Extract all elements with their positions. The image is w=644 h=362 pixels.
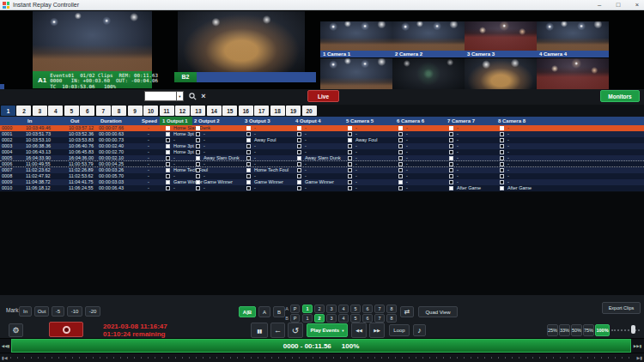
- table-row[interactable]: 000110:03:51.7310:03:52.3600:00:00.63-Ho…: [0, 131, 644, 137]
- event-checkbox[interactable]: [297, 168, 301, 172]
- event-checkbox[interactable]: [348, 162, 352, 166]
- event-checkbox[interactable]: [348, 168, 352, 172]
- minimize-icon[interactable]: –: [592, 0, 606, 10]
- timeline-start-icon[interactable]: ▮◀: [2, 353, 8, 362]
- tab-14[interactable]: 14: [207, 106, 222, 116]
- tab-15[interactable]: 15: [222, 106, 237, 116]
- camera-select-a-1[interactable]: 1: [302, 305, 313, 313]
- mark-button-5[interactable]: -5: [52, 306, 64, 317]
- tab-12[interactable]: 12: [175, 106, 190, 116]
- tab-17[interactable]: 17: [254, 106, 269, 116]
- event-checkbox[interactable]: [449, 132, 453, 136]
- quad-view-button[interactable]: Quad View: [418, 306, 458, 317]
- event-checkbox[interactable]: [196, 132, 200, 136]
- camera-select-a-3[interactable]: 3: [326, 305, 337, 313]
- search-icon[interactable]: [187, 91, 197, 101]
- event-checkbox[interactable]: [166, 132, 170, 136]
- next-icon[interactable]: ▶▶: [369, 323, 385, 338]
- progress-next-icon[interactable]: ▶▶▮: [631, 339, 644, 353]
- search-input[interactable]: [144, 91, 177, 101]
- event-checkbox[interactable]: [398, 174, 403, 178]
- event-checkbox[interactable]: [398, 150, 403, 154]
- event-checkbox[interactable]: [449, 180, 453, 184]
- event-checkbox[interactable]: [398, 156, 403, 160]
- camera-select-a-7[interactable]: 7: [374, 305, 385, 313]
- event-checkbox[interactable]: [166, 168, 170, 172]
- tab-4[interactable]: 4: [48, 106, 63, 116]
- camera-select-b-3[interactable]: 3: [326, 314, 337, 323]
- camera-select-a-2[interactable]: 2: [314, 305, 325, 313]
- previous-icon[interactable]: ◀◀: [351, 323, 367, 338]
- camera-select-b-4[interactable]: 4: [338, 314, 349, 323]
- mark-button-20[interactable]: -20: [85, 306, 100, 317]
- event-checkbox[interactable]: [398, 138, 403, 142]
- tab-7[interactable]: 7: [96, 106, 111, 116]
- tab-10[interactable]: 10: [143, 106, 158, 116]
- zoom-100pct[interactable]: 100%: [595, 324, 610, 336]
- event-checkbox[interactable]: [449, 168, 453, 172]
- search-dropdown-icon[interactable]: ▾: [177, 91, 184, 101]
- event-checkbox[interactable]: [166, 156, 170, 160]
- event-checkbox[interactable]: [348, 138, 352, 142]
- tab-5[interactable]: 5: [64, 106, 79, 116]
- event-checkbox[interactable]: [449, 156, 453, 160]
- tab-1[interactable]: 1: [1, 106, 15, 116]
- event-checkbox[interactable]: [348, 174, 352, 178]
- event-checkbox[interactable]: [246, 144, 251, 148]
- event-checkbox[interactable]: [500, 150, 504, 154]
- zoom-33pct[interactable]: 33%: [559, 324, 570, 336]
- event-checkbox[interactable]: [398, 186, 403, 190]
- event-checkbox[interactable]: [500, 180, 504, 184]
- event-checkbox[interactable]: [348, 186, 352, 190]
- event-checkbox[interactable]: [348, 126, 352, 130]
- maximize-icon[interactable]: □: [611, 0, 625, 10]
- camera-select-b-2[interactable]: 2: [314, 314, 325, 323]
- event-checkbox[interactable]: [398, 144, 403, 148]
- camera-thumb-2[interactable]: 2 Camera 2: [392, 21, 465, 57]
- event-checkbox[interactable]: [246, 138, 251, 142]
- event-checkbox[interactable]: [449, 144, 453, 148]
- timeline-scrubber[interactable]: ▮◀ ▶▮: [0, 353, 644, 362]
- event-checkbox[interactable]: [449, 138, 453, 142]
- mark-button-in[interactable]: In: [19, 306, 32, 317]
- tab-9[interactable]: 9: [128, 106, 143, 116]
- event-checkbox[interactable]: [246, 156, 251, 160]
- event-checkbox[interactable]: [166, 126, 170, 130]
- tab-2[interactable]: 2: [16, 106, 31, 116]
- event-checkbox[interactable]: [500, 132, 504, 136]
- export-clips-button[interactable]: Export Clips: [602, 302, 641, 314]
- zoom-25pct[interactable]: 25%: [547, 324, 558, 336]
- tab-6[interactable]: 6: [80, 106, 94, 116]
- channel-b-button[interactable]: B: [273, 306, 285, 317]
- gear-icon[interactable]: ⚙: [9, 323, 23, 337]
- event-checkbox[interactable]: [166, 162, 170, 166]
- pause-icon[interactable]: ▮▮: [251, 323, 268, 338]
- table-row[interactable]: 000711:02:23.6211:02:26.8900:00:03.26-Ho…: [0, 167, 644, 173]
- event-checkbox[interactable]: [500, 144, 504, 148]
- table-row[interactable]: 001011:06:18.1211:06:24.5500:00:06.43---…: [0, 185, 644, 191]
- event-checkbox[interactable]: [297, 150, 301, 154]
- event-checkbox[interactable]: [500, 168, 504, 172]
- tab-16[interactable]: 16: [239, 106, 253, 116]
- back-icon[interactable]: ←: [270, 323, 285, 338]
- event-checkbox[interactable]: [348, 132, 352, 136]
- zoom-slider[interactable]: [611, 329, 640, 331]
- close-icon[interactable]: ×: [630, 0, 644, 10]
- table-row[interactable]: 000611:00:49.5511:00:53.7900:00:04.25---…: [0, 161, 644, 167]
- event-checkbox[interactable]: [297, 162, 301, 166]
- tab-3[interactable]: 3: [33, 106, 47, 116]
- event-checkbox[interactable]: [297, 156, 301, 160]
- zoom-slider-handle[interactable]: [631, 325, 635, 334]
- event-checkbox[interactable]: [246, 126, 251, 130]
- event-checkbox[interactable]: [246, 132, 251, 136]
- event-checkbox[interactable]: [500, 126, 504, 130]
- play-events-button[interactable]: Play Events▾: [307, 323, 348, 337]
- event-checkbox[interactable]: [348, 150, 352, 154]
- event-checkbox[interactable]: [166, 150, 170, 154]
- p-button-b[interactable]: P: [290, 314, 300, 323]
- event-checkbox[interactable]: [196, 138, 200, 142]
- tab-18[interactable]: 18: [270, 106, 285, 116]
- event-checkbox[interactable]: [398, 162, 403, 166]
- event-checkbox[interactable]: [297, 126, 301, 130]
- preview-a-image[interactable]: [33, 11, 152, 71]
